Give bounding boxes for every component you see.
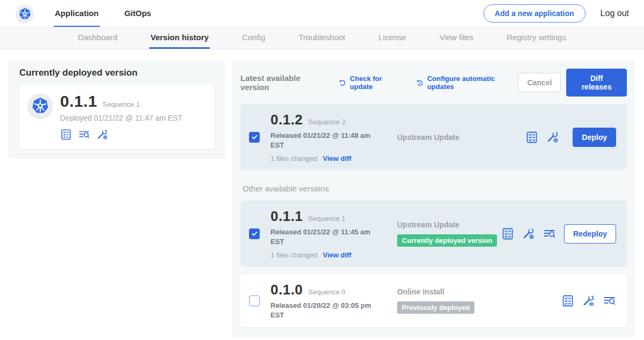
cancel-button[interactable]: Cancel [518, 73, 561, 92]
configure-automatic-updates-link[interactable]: Configure automatic updates [415, 75, 518, 91]
currently-deployed-card: 0.1.1 Sequence 1 Deployed 01/21/22 @ 11:… [19, 85, 215, 149]
version-number: 0.1.1 [270, 208, 303, 225]
release-notes-icon[interactable] [525, 131, 538, 144]
latest-available-title: Latest available version [240, 73, 326, 92]
source-label: Upstream Update [397, 220, 501, 229]
released-timestamp: Released 01/21/22 @ 11:45 am EST [270, 227, 378, 246]
version-actions: Redeploy [501, 224, 618, 243]
version-row-0-1-1: 0.1.1 Sequence 1 Released 01/21/22 @ 11:… [240, 201, 627, 267]
view-diff-link[interactable]: View diff [323, 154, 351, 162]
main-content: Currently deployed version 0.1.1 Sequenc… [0, 49, 644, 338]
view-config-icon[interactable] [582, 294, 595, 307]
edit-config-icon[interactable] [546, 131, 559, 144]
version-checkbox[interactable] [249, 132, 260, 143]
version-number: 0.1.2 [270, 112, 303, 128]
release-notes-icon[interactable] [501, 227, 514, 240]
sequence-label: Sequence 2 [308, 118, 345, 126]
version-checkbox[interactable] [249, 295, 260, 306]
subnav-item-troubleshoot[interactable]: Troubleshoot [297, 27, 346, 49]
version-actions: Deploy [525, 128, 618, 147]
deploy-button[interactable]: Deploy [573, 128, 616, 147]
tab-gitops-label: GitOps [125, 9, 151, 18]
tab-gitops[interactable]: GitOps [123, 0, 152, 27]
version-source: Upstream Update [397, 133, 525, 142]
deployed-version-number: 0.1.1 [60, 92, 97, 110]
top-nav-right: Add a new application Log out [484, 4, 644, 23]
view-diff-link[interactable]: View diff [323, 251, 351, 259]
version-checkbox[interactable] [249, 228, 260, 239]
redeploy-button[interactable]: Redeploy [564, 224, 616, 243]
source-label: Online Install [397, 287, 561, 296]
check-for-update-link[interactable]: Check for update [338, 75, 404, 91]
version-source: Upstream Update Currently deployed versi… [397, 220, 501, 247]
release-notes-icon[interactable] [60, 129, 72, 141]
subnav-item-dashboard[interactable]: Dashboard [77, 27, 118, 49]
view-logs-icon[interactable] [603, 294, 616, 307]
subnav-item-license[interactable]: License [377, 27, 407, 49]
logout-link[interactable]: Log out [601, 9, 629, 18]
latest-version-header: Latest available version Check for updat… [240, 69, 627, 97]
version-history-panel: Latest available version Check for updat… [232, 60, 635, 338]
check-for-update-label: Check for update [350, 75, 404, 91]
subnav-item-config[interactable]: Config [241, 27, 266, 49]
version-row-0-1-2: 0.1.2 Sequence 2 Released 01/21/22 @ 11:… [240, 104, 627, 170]
tab-application[interactable]: Application [54, 0, 100, 27]
kubernetes-logo-icon [16, 5, 33, 22]
version-number: 0.1.0 [270, 282, 303, 298]
sequence-label: Sequence 0 [308, 288, 345, 296]
app-icon [28, 93, 53, 118]
edit-config-icon[interactable] [522, 227, 535, 240]
source-label: Upstream Update [397, 133, 525, 142]
currently-deployed-panel: Currently deployed version 0.1.1 Sequenc… [9, 60, 225, 159]
deployed-version-info: 0.1.1 Sequence 1 Deployed 01/21/22 @ 11:… [60, 92, 182, 141]
subnav-item-registry-settings[interactable]: Registry settings [506, 27, 567, 49]
subnav-item-view-files[interactable]: View files [438, 27, 474, 49]
top-nav: Application GitOps Add a new application… [0, 0, 644, 27]
other-versions-heading: Other available versions [243, 184, 627, 193]
deployed-timestamp: Deployed 01/21/22 @ 11:47 am EST [60, 114, 182, 122]
currently-deployed-title: Currently deployed version [19, 68, 215, 78]
released-timestamp: Released 01/20/22 @ 03:05 pm EST [270, 301, 378, 320]
view-logs-icon[interactable] [543, 227, 556, 240]
view-logs-icon[interactable] [78, 129, 90, 141]
files-changed-label: 1 files changed [270, 154, 317, 162]
previously-deployed-badge: Previously deployed [397, 301, 474, 314]
deployed-sequence-label: Sequence 1 [103, 100, 140, 108]
edit-config-icon[interactable] [97, 129, 108, 141]
app-sub-nav: Dashboard Version history Config Trouble… [0, 27, 644, 49]
configure-automatic-updates-label: Configure automatic updates [427, 75, 518, 91]
release-notes-icon[interactable] [561, 294, 574, 307]
refresh-icon [338, 78, 347, 87]
version-info: 0.1.1 Sequence 1 Released 01/21/22 @ 11:… [270, 208, 381, 259]
schedule-icon [415, 78, 424, 87]
add-application-button[interactable]: Add a new application [484, 4, 586, 23]
currently-deployed-badge: Currently deployed version [397, 234, 497, 247]
deployed-action-icons [60, 129, 182, 141]
subnav-item-version-history[interactable]: Version history [149, 27, 209, 49]
sequence-label: Sequence 1 [308, 215, 345, 223]
version-row-0-1-0: 0.1.0 Sequence 0 Released 01/20/22 @ 03:… [240, 274, 627, 327]
tab-application-label: Application [55, 9, 99, 18]
version-info: 0.1.2 Sequence 2 Released 01/21/22 @ 11:… [270, 112, 381, 162]
version-source: Online Install Previously deployed [397, 287, 561, 314]
files-changed-label: 1 files changed [270, 251, 317, 259]
diff-releases-button[interactable]: Diff releases [566, 69, 627, 97]
released-timestamp: Released 01/21/22 @ 11:48 am EST [270, 131, 378, 150]
top-tabs: Application GitOps [54, 0, 176, 27]
version-info: 0.1.0 Sequence 0 Released 01/20/22 @ 03:… [270, 282, 381, 320]
version-actions [561, 294, 618, 307]
